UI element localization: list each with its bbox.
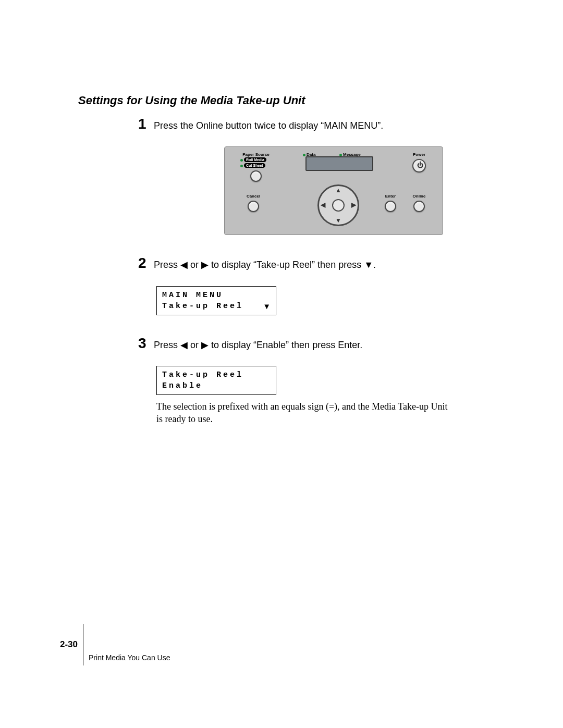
online-label: Online (406, 194, 432, 199)
enter-button (385, 201, 396, 212)
lcd-line1: MAIN MENU (162, 290, 271, 301)
step-text: Press ◀ or ▶ to display “Take-up Reel” t… (154, 256, 376, 271)
step-2: 2 Press ◀ or ▶ to display “Take-up Reel”… (138, 256, 485, 271)
led-icon (240, 159, 243, 162)
printer-control-panel: Paper Source Roll Media Cut Sheet Data M… (224, 146, 443, 235)
cancel-button (248, 201, 259, 212)
cut-sheet-pill: Cut Sheet (244, 163, 265, 168)
page-number: 2-30 (60, 624, 83, 665)
dpad: ▲ ▼ ◀ ▶ (312, 179, 364, 231)
lcd-box: Take-up Reel Enable (156, 366, 276, 395)
cancel-label: Cancel (240, 194, 266, 199)
arrow-left-icon: ◀ (321, 201, 325, 208)
power-group: Power ⏻ (406, 152, 432, 172)
control-panel-illustration: Paper Source Roll Media Cut Sheet Data M… (224, 146, 485, 235)
chapter-title: Print Media You Can Use (83, 624, 170, 665)
lcd-line2: Enable (162, 380, 271, 391)
step-text: Press ◀ or ▶ to display “Enable” then pr… (154, 336, 362, 351)
lcd-line2: Take-up Reel (162, 301, 271, 312)
step-number: 2 (138, 256, 154, 270)
online-group: Online (406, 194, 432, 212)
led-icon (339, 154, 342, 156)
section-title: Settings for Using the Media Take-up Uni… (78, 94, 485, 107)
step-number: 3 (138, 336, 154, 351)
led-icon (303, 154, 305, 156)
lcd-line1: Take-up Reel (162, 369, 271, 380)
content-area: Settings for Using the Media Take-up Uni… (78, 94, 485, 441)
led-icon (240, 165, 243, 167)
page-footer: 2-30 Print Media You Can Use (60, 624, 170, 665)
step-1: 1 Press the Online button twice to displ… (138, 117, 485, 132)
enter-group: Enter (377, 194, 403, 212)
arrow-up-icon: ▲ (335, 187, 341, 194)
lcd-display-2: Take-up Reel Enable The selection is pre… (156, 366, 485, 426)
roll-media-pill: Roll Media (244, 157, 266, 162)
paper-source-label: Paper Source (235, 152, 277, 157)
step-3: 3 Press ◀ or ▶ to display “Enable” then … (138, 336, 485, 351)
online-button (413, 201, 425, 212)
enter-label: Enter (377, 194, 403, 199)
step-text: Press the Online button twice to display… (154, 117, 383, 132)
paper-source-group: Paper Source Roll Media Cut Sheet (235, 152, 277, 182)
arrow-down-icon: ▼ (335, 217, 341, 224)
arrow-right-icon: ▶ (351, 201, 356, 208)
lcd-box: MAIN MENU Take-up Reel ▼ (156, 286, 276, 315)
power-button: ⏻ (412, 159, 426, 172)
down-indicator-icon: ▼ (263, 301, 271, 312)
closing-paragraph: The selection is prefixed with an equals… (156, 400, 448, 426)
power-icon: ⏻ (417, 162, 423, 169)
page: Settings for Using the Media Take-up Uni… (0, 0, 563, 728)
cancel-group: Cancel (240, 194, 266, 212)
power-label: Power (406, 152, 432, 157)
step-number: 1 (138, 117, 154, 131)
lcd-display-1: MAIN MENU Take-up Reel ▼ (156, 286, 485, 315)
lcd-screen (305, 156, 373, 171)
paper-source-button (250, 170, 262, 182)
